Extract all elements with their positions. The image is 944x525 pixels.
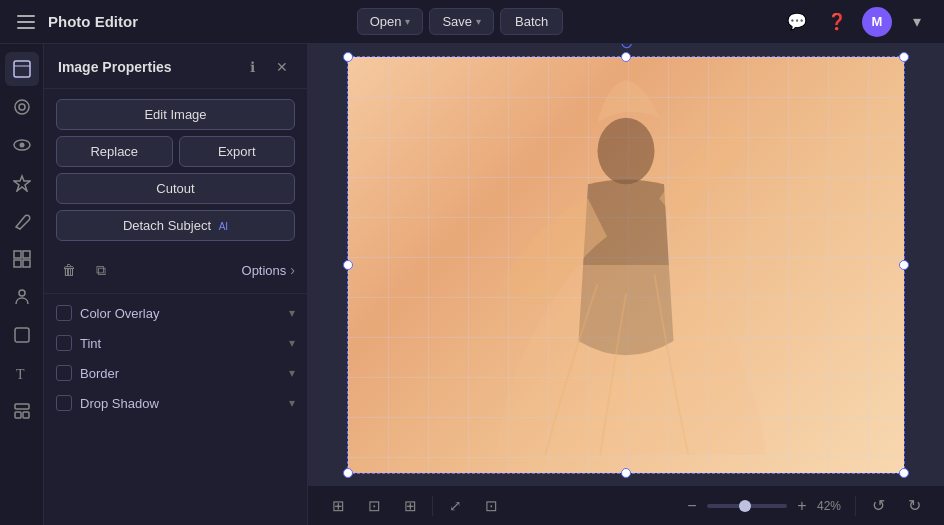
border-checkbox[interactable] — [56, 365, 72, 381]
main-area: T Image Properties ℹ ✕ Edit Image Replac… — [0, 44, 944, 525]
svg-rect-11 — [23, 251, 30, 258]
tool-layers[interactable] — [5, 90, 39, 124]
border-row[interactable]: Border ▾ — [44, 358, 307, 388]
crop-icon[interactable]: ⊡ — [477, 492, 505, 520]
divider-1 — [432, 496, 433, 516]
ai-badge: AI — [219, 221, 228, 232]
svg-rect-13 — [23, 260, 30, 267]
color-overlay-checkbox[interactable] — [56, 305, 72, 321]
fit-icon[interactable]: ⤢ — [441, 492, 469, 520]
svg-rect-1 — [17, 21, 35, 23]
handle-top-left[interactable] — [343, 52, 353, 62]
tint-checkbox[interactable] — [56, 335, 72, 351]
btn-group: Open ▾ Save ▾ Batch — [357, 8, 564, 35]
zoom-in-button[interactable]: + — [791, 495, 813, 517]
open-button[interactable]: Open ▾ — [357, 8, 424, 35]
drop-shadow-label: Drop Shadow — [80, 396, 281, 411]
handle-mid-right[interactable] — [899, 260, 909, 270]
color-overlay-row[interactable]: Color Overlay ▾ — [44, 298, 307, 328]
svg-text:T: T — [16, 367, 25, 382]
frame-icon[interactable]: ⊡ — [360, 492, 388, 520]
tool-effects[interactable] — [5, 166, 39, 200]
svg-rect-0 — [17, 15, 35, 17]
close-icon-btn[interactable]: ✕ — [271, 56, 293, 78]
delete-icon[interactable]: 🗑 — [56, 257, 82, 283]
svg-marker-9 — [14, 176, 30, 191]
edit-image-button[interactable]: Edit Image — [56, 99, 295, 130]
replace-export-row: Replace Export — [56, 136, 295, 167]
props-header-icons: ℹ ✕ — [241, 56, 293, 78]
more-icon-btn[interactable]: ▾ — [902, 7, 932, 37]
handle-mid-left[interactable] — [343, 260, 353, 270]
border-label: Border — [80, 366, 281, 381]
topbar-center: Open ▾ Save ▾ Batch — [148, 8, 772, 35]
tint-label: Tint — [80, 336, 281, 351]
handle-bot-left[interactable] — [343, 468, 353, 478]
handle-top-right[interactable] — [899, 52, 909, 62]
topbar-left: Photo Editor — [12, 8, 138, 36]
svg-point-8 — [19, 143, 24, 148]
bottom-toolbar: ⊞ ⊡ ⊞ ⤢ ⊡ − + 42% ↺ ↻ — [308, 485, 944, 525]
zoom-track[interactable] — [707, 504, 787, 508]
help-icon-btn[interactable]: ❓ — [822, 7, 852, 37]
undo-button[interactable]: ↺ — [864, 492, 892, 520]
svg-point-14 — [19, 290, 25, 296]
color-overlay-label: Color Overlay — [80, 306, 281, 321]
menu-icon[interactable] — [12, 8, 40, 36]
props-actions: Edit Image Replace Export Cutout Detach … — [44, 89, 307, 251]
pin-handle[interactable]: ⊙ — [620, 44, 633, 52]
canvas-content[interactable]: ⊙ — [308, 44, 944, 485]
handle-bot-mid[interactable] — [621, 468, 631, 478]
drop-shadow-checkbox[interactable] — [56, 395, 72, 411]
canvas-image — [348, 57, 904, 473]
tool-template[interactable] — [5, 394, 39, 428]
svg-rect-17 — [15, 404, 29, 409]
info-icon-btn[interactable]: ℹ — [241, 56, 263, 78]
svg-rect-12 — [14, 260, 21, 267]
props-options-row: 🗑 ⧉ Options › — [44, 251, 307, 294]
handle-top-mid[interactable] — [621, 52, 631, 62]
tool-people[interactable] — [5, 280, 39, 314]
tool-paint[interactable] — [5, 204, 39, 238]
zoom-out-button[interactable]: − — [681, 495, 703, 517]
save-caret: ▾ — [476, 16, 481, 27]
batch-button[interactable]: Batch — [500, 8, 563, 35]
tool-grid[interactable] — [5, 242, 39, 276]
tool-shapes[interactable] — [5, 318, 39, 352]
svg-rect-15 — [15, 328, 29, 342]
tool-select[interactable] — [5, 52, 39, 86]
save-button[interactable]: Save ▾ — [429, 8, 494, 35]
cutout-button[interactable]: Cutout — [56, 173, 295, 204]
svg-rect-3 — [14, 61, 30, 77]
zoom-thumb[interactable] — [739, 500, 751, 512]
props-panel: Image Properties ℹ ✕ Edit Image Replace … — [44, 44, 308, 525]
zoom-controls: − + 42% — [681, 495, 847, 517]
layers-icon[interactable]: ⊞ — [324, 492, 352, 520]
export-button[interactable]: Export — [179, 136, 296, 167]
options-btn[interactable]: Options › — [242, 262, 295, 278]
tool-text[interactable]: T — [5, 356, 39, 390]
topbar: Photo Editor Open ▾ Save ▾ Batch 💬 ❓ M ▾ — [0, 0, 944, 44]
tint-caret: ▾ — [289, 336, 295, 350]
detach-subject-button[interactable]: Detach Subject AI — [56, 210, 295, 241]
handle-bot-right[interactable] — [899, 468, 909, 478]
svg-rect-2 — [17, 27, 35, 29]
avatar[interactable]: M — [862, 7, 892, 37]
drop-shadow-row[interactable]: Drop Shadow ▾ — [44, 388, 307, 418]
app-title: Photo Editor — [48, 13, 138, 30]
open-caret: ▾ — [405, 16, 410, 27]
props-title: Image Properties — [58, 59, 172, 75]
redo-button[interactable]: ↻ — [900, 492, 928, 520]
tint-row[interactable]: Tint ▾ — [44, 328, 307, 358]
tool-visibility[interactable] — [5, 128, 39, 162]
replace-button[interactable]: Replace — [56, 136, 173, 167]
image-frame[interactable]: ⊙ — [347, 56, 905, 474]
props-section: Color Overlay ▾ Tint ▾ Border ▾ Drop Sha… — [44, 294, 307, 422]
svg-rect-19 — [23, 412, 29, 418]
drop-shadow-caret: ▾ — [289, 396, 295, 410]
canvas-area: ⊙ ⊞ ⊡ ⊞ ⤢ ⊡ − + 42% ↺ ↻ — [308, 44, 944, 525]
chat-icon-btn[interactable]: 💬 — [782, 7, 812, 37]
duplicate-icon[interactable]: ⧉ — [88, 257, 114, 283]
grid-icon[interactable]: ⊞ — [396, 492, 424, 520]
svg-point-20 — [598, 117, 655, 184]
